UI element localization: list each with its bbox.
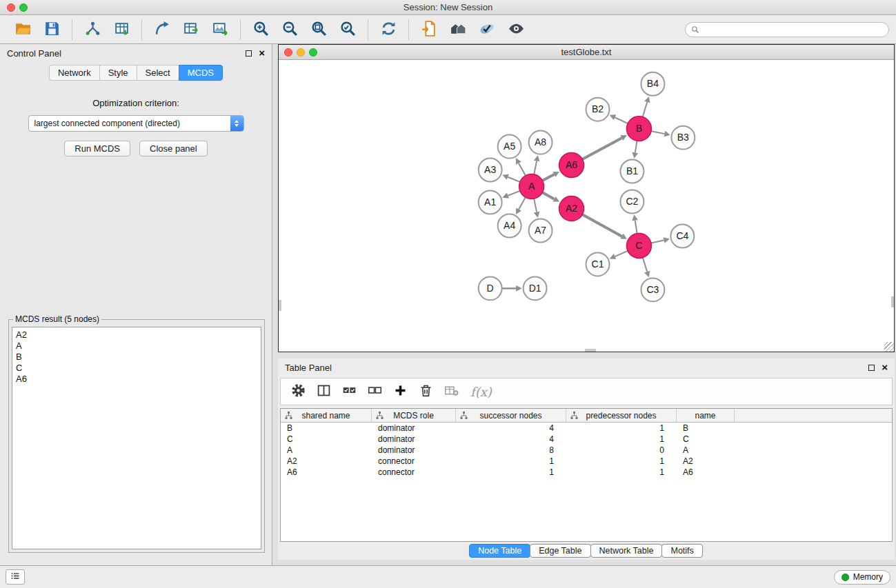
mcds-result-item[interactable]: A2 xyxy=(16,330,257,341)
tab-edge-table[interactable]: Edge Table xyxy=(530,544,590,558)
mcds-result-item[interactable]: A6 xyxy=(16,374,257,385)
tab-select[interactable]: Select xyxy=(137,65,179,81)
minimize-network-window-button[interactable] xyxy=(297,48,305,57)
add-row-button[interactable] xyxy=(390,381,410,402)
cell-name[interactable]: A2 xyxy=(677,456,735,467)
network-edge[interactable] xyxy=(635,221,637,234)
clear-table-button[interactable] xyxy=(441,381,461,402)
function-builder-button[interactable]: f(x) xyxy=(470,385,492,399)
mcds-result-item[interactable]: A xyxy=(16,341,257,352)
tab-mcds[interactable]: MCDS xyxy=(179,65,223,81)
network-edge[interactable] xyxy=(542,192,554,199)
column-header-predecessor-nodes[interactable]: predecessor nodes xyxy=(566,409,677,422)
column-header-name[interactable]: name xyxy=(677,409,735,422)
apply-style-button[interactable] xyxy=(475,19,499,41)
network-node-C4[interactable]: C4 xyxy=(670,224,694,247)
close-window-button[interactable] xyxy=(7,3,15,12)
cell-mcds-role[interactable]: dominator xyxy=(372,423,456,434)
zoom-fit-button[interactable] xyxy=(307,19,330,41)
cell-predecessor-nodes[interactable]: 1 xyxy=(566,423,677,434)
table-row[interactable]: A6 connector 1 1 A6 xyxy=(281,467,892,478)
network-node-B1[interactable]: B1 xyxy=(620,160,644,183)
tab-network[interactable]: Network xyxy=(49,65,99,81)
column-header-successor-nodes[interactable]: successor nodes xyxy=(456,409,566,422)
float-panel-icon[interactable] xyxy=(246,50,252,57)
network-node-B[interactable]: B xyxy=(626,116,651,141)
close-panel-icon[interactable]: × xyxy=(259,49,265,57)
table-settings-button[interactable] xyxy=(288,381,308,402)
network-edge[interactable] xyxy=(582,214,621,236)
run-mcds-button[interactable]: Run MCDS xyxy=(64,141,130,156)
cell-shared-name[interactable]: A xyxy=(281,445,372,456)
tab-network-table[interactable]: Network Table xyxy=(590,544,663,558)
network-edge[interactable] xyxy=(534,199,537,212)
export-network-button[interactable] xyxy=(150,19,174,41)
cell-predecessor-nodes[interactable]: 1 xyxy=(566,467,677,478)
search-input[interactable] xyxy=(703,25,883,34)
cell-successor-nodes[interactable]: 4 xyxy=(456,423,566,434)
network-edge[interactable] xyxy=(582,138,621,159)
cell-predecessor-nodes[interactable]: 1 xyxy=(566,434,677,445)
cell-successor-nodes[interactable]: 1 xyxy=(456,467,566,478)
network-node-A6[interactable]: A6 xyxy=(559,153,584,178)
zoom-selected-button[interactable] xyxy=(336,19,359,41)
save-session-button[interactable] xyxy=(40,19,63,41)
tab-node-table[interactable]: Node Table xyxy=(469,544,530,558)
cell-predecessor-nodes[interactable]: 1 xyxy=(566,456,677,467)
cell-name[interactable]: B xyxy=(677,423,735,434)
network-canvas[interactable]: B4B2BB3A5A8A6B1A3AC2A1A2A4A7CC4C1C3DD1 xyxy=(279,61,894,352)
network-edge[interactable] xyxy=(519,163,526,176)
zoom-network-window-button[interactable] xyxy=(309,48,317,57)
network-node-B2[interactable]: B2 xyxy=(586,98,610,121)
cell-successor-nodes[interactable]: 8 xyxy=(456,445,566,456)
network-node-C1[interactable]: C1 xyxy=(586,252,610,276)
close-panel-button[interactable]: Close panel xyxy=(139,141,208,156)
table-row[interactable]: A dominator 8 0 A xyxy=(281,445,892,456)
deselect-all-button[interactable] xyxy=(364,381,385,402)
home-view-button[interactable] xyxy=(446,19,470,41)
tab-motifs[interactable]: Motifs xyxy=(661,544,702,558)
table-body[interactable]: B dominator 4 1 B C dominator 4 1 C xyxy=(281,423,892,541)
mcds-result-item[interactable]: C xyxy=(16,363,257,374)
zoom-window-button[interactable] xyxy=(19,3,28,12)
cell-shared-name[interactable]: B xyxy=(281,423,372,434)
cell-successor-nodes[interactable]: 1 xyxy=(456,456,566,467)
cell-successor-nodes[interactable]: 4 xyxy=(456,434,566,445)
network-canvas-container[interactable]: B4B2BB3A5A8A6B1A3AC2A1A2A4A7CC4C1C3DD1 xyxy=(279,61,894,352)
network-node-A8[interactable]: A8 xyxy=(529,131,552,154)
export-image-button[interactable] xyxy=(208,19,232,41)
network-edge[interactable] xyxy=(615,251,628,256)
cell-name[interactable]: A xyxy=(677,445,735,456)
network-node-A3[interactable]: A3 xyxy=(479,159,502,182)
criterion-dropdown[interactable]: largest connected component (directed) xyxy=(28,115,244,132)
cell-predecessor-nodes[interactable]: 0 xyxy=(566,445,677,456)
network-node-A4[interactable]: A4 xyxy=(498,214,521,237)
import-file-button[interactable] xyxy=(417,19,441,41)
table-row[interactable]: C dominator 4 1 C xyxy=(281,434,892,445)
network-node-C2[interactable]: C2 xyxy=(620,190,644,214)
network-window-titlebar[interactable]: testGlobe.txt xyxy=(279,45,894,60)
network-edge[interactable] xyxy=(508,191,519,196)
cell-shared-name[interactable]: A6 xyxy=(281,467,372,478)
mcds-result-item[interactable]: B xyxy=(16,352,257,363)
network-node-D[interactable]: D xyxy=(479,276,502,300)
close-table-panel-icon[interactable]: × xyxy=(882,363,888,372)
memory-button[interactable]: Memory xyxy=(834,570,890,585)
cell-shared-name[interactable]: A2 xyxy=(281,456,372,467)
zoom-out-button[interactable] xyxy=(278,19,301,41)
refresh-layout-button[interactable] xyxy=(377,19,400,41)
network-edge[interactable] xyxy=(534,161,537,174)
column-visibility-button[interactable] xyxy=(313,381,334,402)
cell-mcds-role[interactable]: connector xyxy=(372,467,456,478)
zoom-in-button[interactable] xyxy=(249,19,272,41)
delete-row-button[interactable] xyxy=(415,381,436,402)
table-row[interactable]: A2 connector 1 1 A2 xyxy=(281,456,892,467)
network-node-A[interactable]: A xyxy=(519,174,544,199)
network-edge[interactable] xyxy=(519,197,526,209)
network-edge[interactable] xyxy=(615,117,628,123)
network-node-C3[interactable]: C3 xyxy=(641,278,664,301)
cell-name[interactable]: C xyxy=(677,434,735,445)
network-edge[interactable] xyxy=(643,258,647,272)
network-node-A1[interactable]: A1 xyxy=(479,191,502,214)
column-header-shared-name[interactable]: shared name xyxy=(281,409,372,422)
